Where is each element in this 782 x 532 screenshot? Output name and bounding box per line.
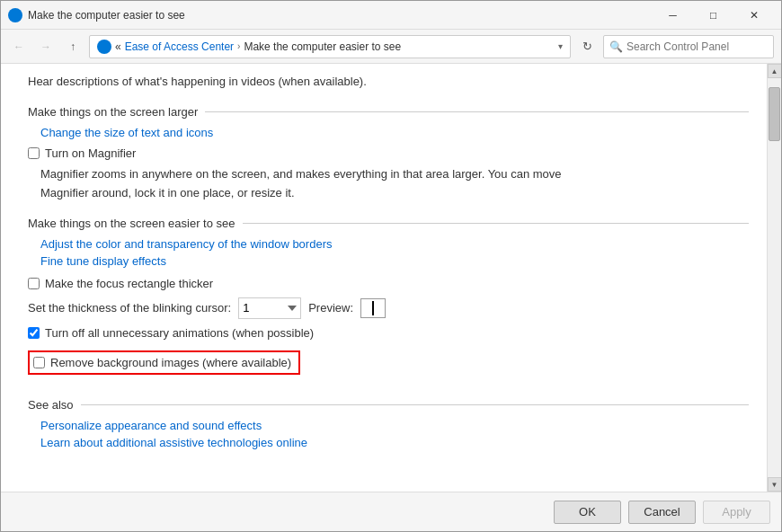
section2-line bbox=[243, 223, 749, 224]
link-change-size[interactable]: Change the size of text and icons bbox=[40, 126, 749, 139]
breadcrumb-current: Make the computer easier to see bbox=[244, 40, 401, 53]
search-input[interactable] bbox=[626, 40, 768, 53]
link-assistive-tech[interactable]: Learn about additional assistive technol… bbox=[40, 436, 749, 449]
window-icon bbox=[8, 8, 22, 22]
background-highlight-box: Remove background images (where availabl… bbox=[28, 350, 300, 375]
minimize-button[interactable]: ─ bbox=[653, 1, 693, 30]
apply-button[interactable]: Apply bbox=[703, 501, 770, 524]
cancel-button[interactable]: Cancel bbox=[628, 501, 696, 524]
window-title: Make the computer easier to see bbox=[28, 9, 653, 22]
breadcrumb-dropdown-chevron[interactable]: ▾ bbox=[558, 41, 563, 51]
maximize-button[interactable]: □ bbox=[693, 1, 733, 30]
section3-title: See also bbox=[28, 398, 74, 412]
up-button[interactable]: ↑ bbox=[62, 36, 84, 58]
section2-title: Make things on the screen easier to see bbox=[28, 217, 235, 230]
section1-title: Make things on the screen larger bbox=[28, 105, 198, 119]
breadcrumb-separator-left: « bbox=[115, 40, 121, 53]
link-personalize[interactable]: Personalize appearance and sound effects bbox=[40, 419, 749, 432]
magnifier-checkbox[interactable] bbox=[28, 147, 40, 159]
animations-checkbox-row: Turn off all unnecessary animations (whe… bbox=[28, 326, 749, 340]
title-bar: Make the computer easier to see ─ □ ✕ bbox=[1, 1, 781, 30]
cursor-label: Set the thickness of the blinking cursor… bbox=[28, 301, 231, 315]
background-highlight-container: Remove background images (where availabl… bbox=[28, 345, 749, 380]
search-icon: 🔍 bbox=[609, 40, 623, 53]
search-box[interactable]: 🔍 bbox=[603, 35, 774, 58]
close-button[interactable]: ✕ bbox=[733, 1, 774, 30]
focus-checkbox[interactable] bbox=[28, 278, 40, 289]
intro-text: Hear descriptions of what's happening in… bbox=[28, 73, 749, 91]
ok-button[interactable]: OK bbox=[554, 501, 621, 524]
animations-label[interactable]: Turn off all unnecessary animations (whe… bbox=[45, 326, 314, 340]
preview-cursor bbox=[372, 301, 374, 315]
animations-checkbox[interactable] bbox=[28, 327, 40, 339]
content-area: Hear descriptions of what's happening in… bbox=[1, 64, 767, 492]
scrollbar[interactable]: ▲ ▼ bbox=[767, 64, 781, 492]
breadcrumb-ease-of-access[interactable]: Ease of Access Center bbox=[125, 40, 234, 53]
magnifier-label[interactable]: Turn on Magnifier bbox=[45, 146, 136, 160]
link-fine-tune[interactable]: Fine tune display effects bbox=[40, 254, 749, 268]
background-label[interactable]: Remove background images (where availabl… bbox=[50, 356, 291, 369]
preview-label: Preview: bbox=[308, 301, 353, 315]
focus-label[interactable]: Make the focus rectangle thicker bbox=[45, 277, 213, 290]
scroll-thumb[interactable] bbox=[769, 87, 780, 141]
bottom-bar: OK Cancel Apply bbox=[1, 492, 781, 531]
address-icon bbox=[97, 40, 111, 54]
main-content: Hear descriptions of what's happening in… bbox=[1, 64, 781, 492]
address-field[interactable]: « Ease of Access Center › Make the compu… bbox=[89, 35, 571, 58]
cursor-thickness-select[interactable]: 1 2 3 4 5 bbox=[238, 297, 301, 319]
cursor-control-row: Set the thickness of the blinking cursor… bbox=[28, 297, 749, 319]
main-window: Make the computer easier to see ─ □ ✕ ← … bbox=[0, 0, 782, 532]
link-color-transparency[interactable]: Adjust the color and transparency of the… bbox=[40, 237, 749, 251]
section3-line bbox=[81, 404, 749, 405]
magnifier-desc2: Magnifier around, lock it in one place, … bbox=[40, 184, 749, 202]
scroll-track[interactable] bbox=[768, 78, 782, 477]
bottom-spacer bbox=[28, 453, 749, 480]
scroll-up-arrow[interactable]: ▲ bbox=[768, 64, 782, 78]
forward-button[interactable]: → bbox=[35, 36, 57, 58]
section3-header: See also bbox=[28, 398, 749, 412]
scroll-down-arrow[interactable]: ▼ bbox=[768, 477, 782, 492]
background-checkbox[interactable] bbox=[33, 357, 45, 368]
magnifier-checkbox-row: Turn on Magnifier bbox=[28, 146, 749, 160]
section1-header: Make things on the screen larger bbox=[28, 105, 749, 119]
section2-header: Make things on the screen easier to see bbox=[28, 217, 749, 230]
magnifier-desc1: Magnifier zooms in anywhere on the scree… bbox=[40, 165, 749, 183]
breadcrumb-separator: › bbox=[237, 41, 240, 51]
focus-checkbox-row: Make the focus rectangle thicker bbox=[28, 277, 749, 290]
section1-line bbox=[205, 111, 749, 112]
refresh-button[interactable]: ↻ bbox=[576, 36, 598, 58]
preview-box bbox=[360, 298, 386, 318]
title-bar-controls: ─ □ ✕ bbox=[653, 1, 774, 30]
back-button[interactable]: ← bbox=[8, 36, 30, 58]
address-bar: ← → ↑ « Ease of Access Center › Make the… bbox=[1, 30, 781, 64]
